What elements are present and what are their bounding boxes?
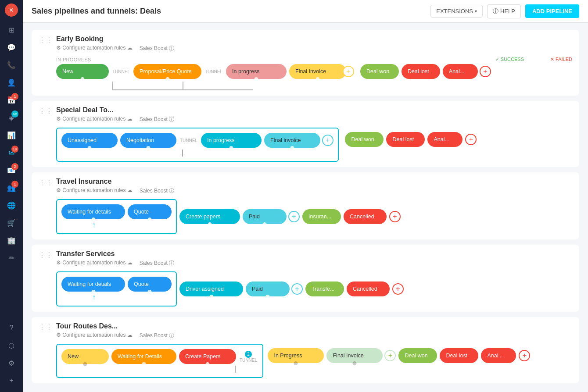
stage-analysis-2[interactable]: Anal... bbox=[427, 132, 463, 147]
sidebar-icon-email[interactable]: 📧 2 bbox=[4, 162, 19, 178]
stage-waiting-details-t[interactable]: Waiting for details bbox=[61, 277, 125, 292]
drag-handle[interactable]: ⋮⋮ bbox=[39, 250, 53, 259]
tunnel-1: TUNNEL bbox=[112, 69, 130, 74]
sales-boost-link-5[interactable]: Sales Boost ⓘ bbox=[140, 332, 174, 339]
sidebar-icon-chat[interactable]: 💬 bbox=[4, 39, 19, 55]
stage-dot bbox=[81, 77, 85, 81]
extensions-button[interactable]: EXTENSIONS ▾ bbox=[430, 5, 483, 18]
stage-analysis[interactable]: Anal... bbox=[443, 64, 478, 79]
drag-handle[interactable]: ⋮⋮ bbox=[39, 106, 53, 115]
sidebar-icon-phone[interactable]: 📞 bbox=[4, 57, 19, 73]
stage-create-papers[interactable]: Create papers bbox=[179, 209, 240, 224]
connection-box-tour: New Waiting for Details bbox=[56, 344, 263, 378]
sales-boost-link-4[interactable]: Sales Boost ⓘ bbox=[140, 260, 174, 267]
stage-insur[interactable]: Insuran... bbox=[302, 209, 341, 224]
add-analysis-tour[interactable]: + bbox=[519, 350, 530, 361]
add-stage-button[interactable]: + bbox=[343, 66, 354, 77]
stage-quote[interactable]: Quote bbox=[128, 204, 172, 219]
drag-handle[interactable]: ⋮⋮ bbox=[39, 178, 53, 187]
sidebar-icon-pencil[interactable]: ✏ bbox=[4, 250, 19, 266]
stage-final-invoice[interactable]: Final Invoice bbox=[289, 64, 346, 79]
add-paid-plus[interactable]: + bbox=[288, 211, 300, 222]
sidebar-icon-chart[interactable]: 📊 bbox=[4, 127, 19, 143]
tunnel-tour: 2 TUNNEL bbox=[240, 351, 257, 363]
stage-waiting-details-tour[interactable]: Waiting for Details bbox=[111, 349, 176, 364]
sidebar-icon-network[interactable]: ⬡ bbox=[4, 338, 19, 353]
connection-box-transfer: Waiting for details Quote bbox=[56, 271, 177, 306]
stage-proposal[interactable]: Proposal/Price Quote bbox=[133, 64, 201, 79]
stage-quote-t[interactable]: Quote bbox=[128, 277, 172, 292]
sidebar-icon-plus[interactable]: + bbox=[4, 373, 19, 388]
stage-dot bbox=[165, 77, 169, 81]
sales-boost-link-2[interactable]: Sales Boost ⓘ bbox=[140, 116, 174, 123]
add-pipeline-footer[interactable]: + + ADD PIPELINE bbox=[32, 388, 579, 392]
stage-analysis-tour[interactable]: Anal... bbox=[481, 348, 516, 363]
sidebar-icon-funnel[interactable]: ◈ 68 bbox=[4, 110, 19, 125]
drag-handle[interactable]: ⋮⋮ bbox=[39, 322, 53, 331]
email-badge: 2 bbox=[11, 163, 18, 170]
configure-automation-link-4[interactable]: ⚙ Configure automation rules ☁ bbox=[56, 260, 133, 267]
help-circle-icon: ⓘ bbox=[493, 7, 498, 15]
stages-row-special: Unassigned Negotiation bbox=[61, 133, 333, 148]
add-failed-2[interactable]: + bbox=[465, 134, 477, 145]
add-failed-stage-button[interactable]: + bbox=[480, 66, 491, 77]
sidebar-icon-cart[interactable]: 🛒 bbox=[4, 215, 19, 231]
stage-new[interactable]: New bbox=[56, 64, 109, 79]
configure-automation-link-2[interactable]: ⚙ Configure automation rules ☁ bbox=[56, 116, 133, 123]
stage-final-invoice-2[interactable]: Final invoice bbox=[264, 133, 320, 148]
stage-create-papers-tour[interactable]: Create Papers bbox=[179, 349, 236, 364]
sales-boost-link-3[interactable]: Sales Boost ⓘ bbox=[140, 187, 174, 195]
stage-deal-lost[interactable]: Deal lost bbox=[402, 64, 440, 79]
pipeline-name-travel: Travel Insurance bbox=[56, 178, 572, 185]
add-cancelled-plus[interactable]: + bbox=[389, 211, 401, 222]
stage-deal-won-tour[interactable]: Deal won bbox=[398, 348, 437, 363]
help-button[interactable]: ⓘ HELP bbox=[487, 4, 521, 18]
sidebar-icon-globe[interactable]: 🌐 bbox=[4, 197, 19, 213]
stage-paid[interactable]: Paid bbox=[243, 209, 287, 224]
header-actions: EXTENSIONS ▾ ⓘ HELP ADD PIPELINE bbox=[430, 4, 579, 18]
add-paid-plus-t[interactable]: + bbox=[291, 283, 303, 295]
configure-automation-link-5[interactable]: ⚙ Configure automation rules ☁ bbox=[56, 332, 133, 339]
connection-box-special: Unassigned Negotiation bbox=[56, 128, 339, 162]
calendar-badge: 1 bbox=[11, 93, 18, 100]
sidebar-icon-help[interactable]: ? bbox=[4, 320, 19, 336]
sidebar-icon-user[interactable]: 👤 bbox=[4, 75, 19, 90]
stage-in-progress-tour[interactable]: In Progress bbox=[268, 348, 324, 363]
stage-driver-assigned[interactable]: Driver assigned bbox=[179, 282, 243, 296]
sidebar-icon-people[interactable]: 👥 1 bbox=[4, 180, 19, 196]
stage-dot bbox=[147, 146, 151, 150]
sidebar-icon-calendar[interactable]: 📅 1 bbox=[4, 92, 19, 108]
stage-new-tour[interactable]: New bbox=[61, 349, 109, 364]
stage-waiting-details[interactable]: Waiting for details bbox=[61, 204, 125, 219]
stage-cancelled[interactable]: Cancelled bbox=[344, 209, 387, 224]
pipeline-name-early-booking: Early Booking bbox=[56, 35, 572, 43]
stage-transfe[interactable]: Transfe... bbox=[305, 282, 344, 296]
stage-deal-won-2[interactable]: Deal won bbox=[345, 132, 384, 147]
add-pipeline-button[interactable]: ADD PIPELINE bbox=[525, 4, 579, 18]
failed-label: ✕ FAILED bbox=[550, 57, 572, 62]
stage-unassigned[interactable]: Unassigned bbox=[61, 133, 118, 148]
configure-automation-link-3[interactable]: ⚙ Configure automation rules ☁ bbox=[56, 187, 133, 195]
sidebar-icon-messages[interactable]: ✉ 19 bbox=[4, 145, 19, 160]
sidebar-icon-grid[interactable]: ⊞ bbox=[4, 22, 19, 38]
sidebar-icon-settings[interactable]: ⚙ bbox=[4, 355, 19, 371]
drag-handle[interactable]: ⋮⋮ bbox=[39, 35, 53, 44]
stages-row-early-booking: New TUNNEL bbox=[56, 64, 572, 79]
stage-cancelled-t[interactable]: Cancelled bbox=[347, 282, 390, 296]
configure-automation-link[interactable]: ⚙ Configure automation rules ☁ bbox=[56, 45, 133, 52]
stage-deal-won[interactable]: Deal won bbox=[360, 64, 399, 79]
stage-in-progress[interactable]: In progress bbox=[226, 64, 287, 79]
pipeline-name-special-deal: Special Deal To... bbox=[56, 106, 572, 114]
add-final-invoice-tour[interactable]: + bbox=[384, 350, 396, 361]
close-button[interactable]: ✕ bbox=[5, 4, 18, 17]
stage-final-invoice-tour[interactable]: Final Invoice bbox=[326, 348, 383, 363]
stage-in-progress-2[interactable]: In progress bbox=[201, 133, 262, 148]
stage-deal-lost-2[interactable]: Deal lost bbox=[386, 132, 425, 147]
sidebar-icon-building[interactable]: 🏢 bbox=[4, 232, 19, 248]
stage-negotiation[interactable]: Negotiation bbox=[120, 133, 176, 148]
stage-deal-lost-tour[interactable]: Deal lost bbox=[440, 348, 478, 363]
add-stage-button-2[interactable]: + bbox=[322, 135, 333, 146]
add-cancelled-plus-t[interactable]: + bbox=[392, 283, 404, 295]
sales-boost-link[interactable]: Sales Boost ⓘ bbox=[140, 45, 174, 52]
stage-paid-t[interactable]: Paid bbox=[246, 282, 290, 296]
